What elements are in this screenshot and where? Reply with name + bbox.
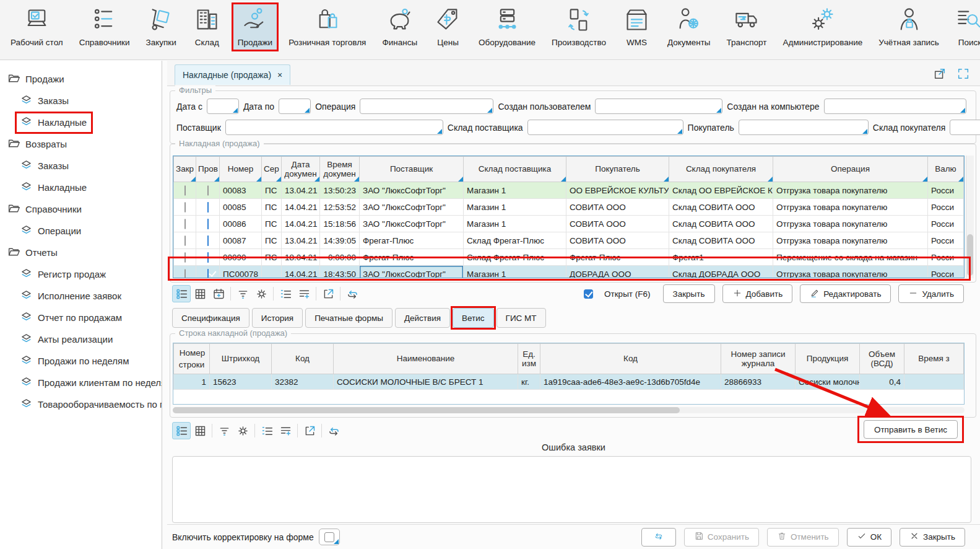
toolbar-item-documents[interactable]: Документы <box>662 3 716 51</box>
toolbar-item-transport[interactable]: Транспорт <box>721 3 773 51</box>
checkbox-cell[interactable] <box>196 266 220 279</box>
tab-close-icon[interactable]: × <box>277 70 282 80</box>
checkbox-cell[interactable] <box>174 216 196 232</box>
refresh-button[interactable] <box>641 528 676 547</box>
column-header[interactable]: Код <box>272 344 334 374</box>
column-header[interactable]: Номер строки <box>174 344 210 374</box>
sidebar-item-sales[interactable]: Продажи <box>0 68 162 90</box>
closed-checkbox[interactable] <box>184 269 186 279</box>
approved-checkbox[interactable] <box>207 235 209 246</box>
list-view-button[interactable] <box>172 422 191 439</box>
invoice-row[interactable]: 00083ПС13.04.2113:50:23ЗАО "ЛюксСофтТорг… <box>174 182 964 199</box>
checkbox-cell[interactable] <box>196 216 220 232</box>
tab-invoices-sale[interactable]: Накладные (продажа) × <box>175 64 290 85</box>
toolbar-item-wms[interactable]: WMS <box>617 3 657 51</box>
invoice-row[interactable]: 00090ПС18.04.210:00:00Фрегат-ПлюсСклад Ф… <box>174 249 964 266</box>
checkbox-cell[interactable] <box>174 199 196 216</box>
grid-view-button[interactable] <box>191 285 209 302</box>
calendar-add-button[interactable] <box>209 285 228 302</box>
column-header[interactable]: Покупатель <box>566 157 669 182</box>
toolbar-item-warehouse[interactable]: Склад <box>187 3 227 51</box>
list-view-button[interactable] <box>172 285 191 302</box>
toolbar-item-catalogs[interactable]: Справочники <box>74 3 136 51</box>
numbered-list-button[interactable] <box>276 285 295 302</box>
tab-specification[interactable]: Спецификация <box>172 308 249 328</box>
column-header[interactable]: Сер <box>262 157 282 182</box>
filter-input-создан-на-компьютере[interactable] <box>824 99 966 114</box>
column-header[interactable]: Время з <box>904 344 964 374</box>
filter-input-склад-покупателя[interactable] <box>950 120 980 135</box>
cancel-button[interactable]: Отменить <box>767 528 839 547</box>
add-row-button[interactable] <box>276 422 295 439</box>
sidebar-item-order-fulfillment[interactable]: Исполнение заявок <box>0 285 162 307</box>
settings-gear-button[interactable] <box>233 422 252 439</box>
invoice-row[interactable]: ПС0007814.04.2118:43:50ЗАО "ЛюксСофтТорг… <box>174 266 964 279</box>
open-external-button[interactable] <box>300 422 319 439</box>
sidebar-item-return-orders[interactable]: Заказы <box>0 155 162 177</box>
open-external-button[interactable] <box>319 285 337 302</box>
approved-checkbox[interactable] <box>207 185 209 196</box>
sidebar-item-reports[interactable]: Отчеты <box>0 242 162 263</box>
invoice-row[interactable]: 00087ПС13.04.2114:39:05Фрегат-ПлюсСклад … <box>174 232 964 249</box>
delete-invoice-button[interactable]: Удалить <box>898 284 964 303</box>
checkbox-cell[interactable] <box>196 232 220 249</box>
correction-checkbox[interactable] <box>319 529 340 545</box>
close-button[interactable]: Закрыть <box>900 528 965 547</box>
fullscreen-icon[interactable] <box>956 67 970 83</box>
column-header[interactable]: Продукция <box>796 344 860 374</box>
column-header[interactable]: Поставщик <box>360 157 464 182</box>
sidebar-item-invoices[interactable]: Накладные <box>0 112 162 133</box>
column-header[interactable]: Закр <box>174 157 196 182</box>
column-header[interactable]: Операция <box>773 157 928 182</box>
sidebar-item-sales-acts[interactable]: Акты реализации <box>0 328 162 350</box>
toolbar-item-search[interactable]: Поиск <box>950 3 980 51</box>
tab-vetis[interactable]: Ветис <box>453 308 494 328</box>
checkbox-cell[interactable] <box>174 182 196 199</box>
sidebar-item-return-invoices[interactable]: Накладные <box>0 177 162 198</box>
save-button[interactable]: Сохранить <box>684 528 759 547</box>
closed-checkbox[interactable] <box>184 185 186 196</box>
reload-button[interactable] <box>343 285 362 302</box>
checkbox-cell[interactable] <box>196 249 220 266</box>
approved-checkbox[interactable] <box>207 202 209 213</box>
toolbar-item-retail[interactable]: Розничная торговля <box>283 3 371 51</box>
filter-input-покупатель[interactable] <box>739 120 869 135</box>
open-filter-checkbox[interactable] <box>584 289 593 299</box>
toolbar-item-purchases[interactable]: Закупки <box>141 3 182 51</box>
invoice-row[interactable]: 00086ПС14.04.2115:18:56ЗАО "ЛюксСофтТорг… <box>174 216 964 232</box>
column-header[interactable]: Склад покупателя <box>669 157 773 182</box>
filter-button[interactable] <box>233 285 252 302</box>
column-header[interactable]: Ед. изм <box>518 344 540 374</box>
column-header[interactable]: Номер записи журнала <box>721 344 796 374</box>
filter-input-дата-по[interactable] <box>279 99 311 114</box>
tab-history[interactable]: История <box>252 308 303 328</box>
add-row-button[interactable] <box>295 285 313 302</box>
column-header[interactable]: Склад поставщика <box>464 157 566 182</box>
sidebar-item-orders[interactable]: Заказы <box>0 90 162 112</box>
sidebar-item-turnover[interactable]: Товарооборачиваемость по п <box>0 393 162 415</box>
closed-checkbox[interactable] <box>184 235 186 246</box>
numbered-list-button[interactable] <box>258 422 276 439</box>
sidebar-item-returns[interactable]: Возвраты <box>0 133 162 155</box>
toolbar-item-desktop[interactable]: Рабочий стол <box>5 3 69 51</box>
sidebar-item-client-weekly-sales[interactable]: Продажи клиентам по неделя <box>0 372 162 393</box>
sidebar-item-weekly-sales[interactable]: Продажи по неделям <box>0 350 162 372</box>
column-header[interactable]: Валю <box>928 157 964 182</box>
filter-input-дата-с[interactable] <box>207 99 239 114</box>
column-header[interactable]: Объем (ВСД) <box>860 344 904 374</box>
ok-button[interactable]: ОК <box>847 528 891 547</box>
popout-icon[interactable] <box>933 67 947 83</box>
edit-invoice-button[interactable]: Редактировать <box>800 284 891 303</box>
toolbar-item-finance[interactable]: Финансы <box>376 3 423 51</box>
tab-actions[interactable]: Действия <box>395 308 450 328</box>
settings-gear-button[interactable] <box>252 285 271 302</box>
checkbox-cell[interactable] <box>174 232 196 249</box>
closed-checkbox[interactable] <box>184 202 186 213</box>
column-header[interactable]: Штрихкод <box>210 344 272 374</box>
invoice-line-row[interactable]: 11562332382СОСИСКИ МОЛОЧНЫЕ В/С БРЕСТ 1к… <box>174 374 964 390</box>
column-header[interactable]: Дата докумен <box>282 157 320 182</box>
sidebar-item-catalogs[interactable]: Справочники <box>0 198 162 220</box>
add-invoice-button[interactable]: Добавить <box>722 284 793 303</box>
sidebar-item-sales-report[interactable]: Отчет по продажам <box>0 307 162 328</box>
sidebar-item-sales-register[interactable]: Регистр продаж <box>0 263 162 285</box>
